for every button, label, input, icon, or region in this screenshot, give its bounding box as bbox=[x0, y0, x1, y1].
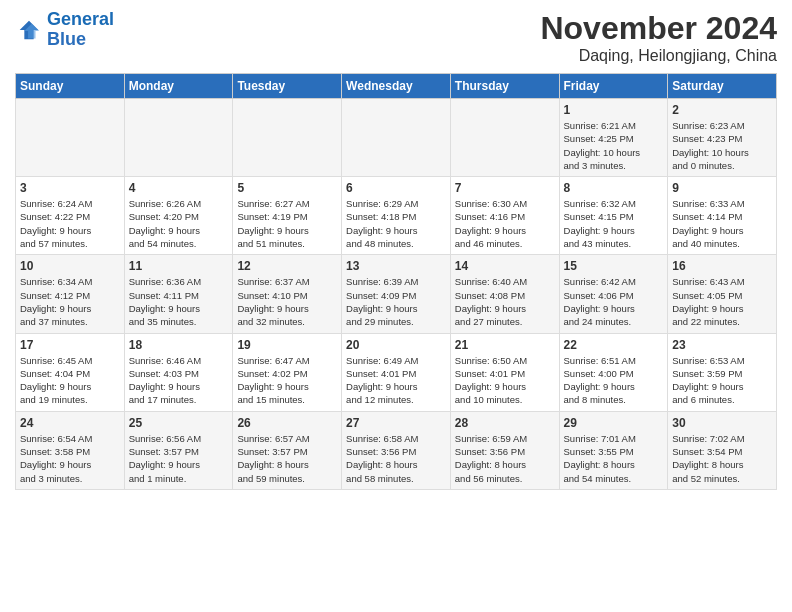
table-row: 10Sunrise: 6:34 AM Sunset: 4:12 PM Dayli… bbox=[16, 255, 125, 333]
table-row: 17Sunrise: 6:45 AM Sunset: 4:04 PM Dayli… bbox=[16, 333, 125, 411]
table-row: 16Sunrise: 6:43 AM Sunset: 4:05 PM Dayli… bbox=[668, 255, 777, 333]
day-info: Sunrise: 6:59 AM Sunset: 3:56 PM Dayligh… bbox=[455, 432, 555, 485]
day-number: 8 bbox=[564, 181, 664, 195]
day-info: Sunrise: 6:42 AM Sunset: 4:06 PM Dayligh… bbox=[564, 275, 664, 328]
calendar-week-row: 1Sunrise: 6:21 AM Sunset: 4:25 PM Daylig… bbox=[16, 99, 777, 177]
day-number: 30 bbox=[672, 416, 772, 430]
day-number: 10 bbox=[20, 259, 120, 273]
table-row: 11Sunrise: 6:36 AM Sunset: 4:11 PM Dayli… bbox=[124, 255, 233, 333]
calendar-week-row: 24Sunrise: 6:54 AM Sunset: 3:58 PM Dayli… bbox=[16, 411, 777, 489]
table-row: 24Sunrise: 6:54 AM Sunset: 3:58 PM Dayli… bbox=[16, 411, 125, 489]
day-info: Sunrise: 6:24 AM Sunset: 4:22 PM Dayligh… bbox=[20, 197, 120, 250]
day-number: 9 bbox=[672, 181, 772, 195]
day-number: 4 bbox=[129, 181, 229, 195]
day-number: 6 bbox=[346, 181, 446, 195]
day-info: Sunrise: 6:51 AM Sunset: 4:00 PM Dayligh… bbox=[564, 354, 664, 407]
table-row: 1Sunrise: 6:21 AM Sunset: 4:25 PM Daylig… bbox=[559, 99, 668, 177]
day-number: 5 bbox=[237, 181, 337, 195]
day-info: Sunrise: 6:36 AM Sunset: 4:11 PM Dayligh… bbox=[129, 275, 229, 328]
day-info: Sunrise: 6:46 AM Sunset: 4:03 PM Dayligh… bbox=[129, 354, 229, 407]
table-row: 29Sunrise: 7:01 AM Sunset: 3:55 PM Dayli… bbox=[559, 411, 668, 489]
day-number: 29 bbox=[564, 416, 664, 430]
day-number: 21 bbox=[455, 338, 555, 352]
day-number: 19 bbox=[237, 338, 337, 352]
day-info: Sunrise: 6:37 AM Sunset: 4:10 PM Dayligh… bbox=[237, 275, 337, 328]
table-row: 26Sunrise: 6:57 AM Sunset: 3:57 PM Dayli… bbox=[233, 411, 342, 489]
day-number: 23 bbox=[672, 338, 772, 352]
day-info: Sunrise: 6:26 AM Sunset: 4:20 PM Dayligh… bbox=[129, 197, 229, 250]
table-row bbox=[16, 99, 125, 177]
calendar-table: Sunday Monday Tuesday Wednesday Thursday… bbox=[15, 73, 777, 490]
day-number: 26 bbox=[237, 416, 337, 430]
day-info: Sunrise: 7:02 AM Sunset: 3:54 PM Dayligh… bbox=[672, 432, 772, 485]
day-number: 16 bbox=[672, 259, 772, 273]
day-info: Sunrise: 6:57 AM Sunset: 3:57 PM Dayligh… bbox=[237, 432, 337, 485]
table-row: 9Sunrise: 6:33 AM Sunset: 4:14 PM Daylig… bbox=[668, 177, 777, 255]
day-number: 15 bbox=[564, 259, 664, 273]
table-row bbox=[450, 99, 559, 177]
day-info: Sunrise: 6:27 AM Sunset: 4:19 PM Dayligh… bbox=[237, 197, 337, 250]
day-info: Sunrise: 6:32 AM Sunset: 4:15 PM Dayligh… bbox=[564, 197, 664, 250]
day-info: Sunrise: 6:34 AM Sunset: 4:12 PM Dayligh… bbox=[20, 275, 120, 328]
table-row: 2Sunrise: 6:23 AM Sunset: 4:23 PM Daylig… bbox=[668, 99, 777, 177]
day-info: Sunrise: 6:49 AM Sunset: 4:01 PM Dayligh… bbox=[346, 354, 446, 407]
calendar-week-row: 10Sunrise: 6:34 AM Sunset: 4:12 PM Dayli… bbox=[16, 255, 777, 333]
day-number: 27 bbox=[346, 416, 446, 430]
day-number: 22 bbox=[564, 338, 664, 352]
table-row bbox=[124, 99, 233, 177]
day-info: Sunrise: 6:39 AM Sunset: 4:09 PM Dayligh… bbox=[346, 275, 446, 328]
month-title: November 2024 bbox=[540, 10, 777, 47]
day-number: 24 bbox=[20, 416, 120, 430]
day-info: Sunrise: 6:33 AM Sunset: 4:14 PM Dayligh… bbox=[672, 197, 772, 250]
day-info: Sunrise: 6:40 AM Sunset: 4:08 PM Dayligh… bbox=[455, 275, 555, 328]
col-thursday: Thursday bbox=[450, 74, 559, 99]
table-row: 20Sunrise: 6:49 AM Sunset: 4:01 PM Dayli… bbox=[342, 333, 451, 411]
calendar-week-row: 3Sunrise: 6:24 AM Sunset: 4:22 PM Daylig… bbox=[16, 177, 777, 255]
day-number: 14 bbox=[455, 259, 555, 273]
table-row: 3Sunrise: 6:24 AM Sunset: 4:22 PM Daylig… bbox=[16, 177, 125, 255]
table-row: 4Sunrise: 6:26 AM Sunset: 4:20 PM Daylig… bbox=[124, 177, 233, 255]
day-number: 17 bbox=[20, 338, 120, 352]
table-row: 14Sunrise: 6:40 AM Sunset: 4:08 PM Dayli… bbox=[450, 255, 559, 333]
day-number: 25 bbox=[129, 416, 229, 430]
table-row: 27Sunrise: 6:58 AM Sunset: 3:56 PM Dayli… bbox=[342, 411, 451, 489]
table-row: 23Sunrise: 6:53 AM Sunset: 3:59 PM Dayli… bbox=[668, 333, 777, 411]
logo-text: General Blue bbox=[47, 10, 114, 50]
table-row: 19Sunrise: 6:47 AM Sunset: 4:02 PM Dayli… bbox=[233, 333, 342, 411]
day-info: Sunrise: 6:54 AM Sunset: 3:58 PM Dayligh… bbox=[20, 432, 120, 485]
table-row: 21Sunrise: 6:50 AM Sunset: 4:01 PM Dayli… bbox=[450, 333, 559, 411]
day-number: 28 bbox=[455, 416, 555, 430]
day-info: Sunrise: 6:29 AM Sunset: 4:18 PM Dayligh… bbox=[346, 197, 446, 250]
col-monday: Monday bbox=[124, 74, 233, 99]
day-info: Sunrise: 6:56 AM Sunset: 3:57 PM Dayligh… bbox=[129, 432, 229, 485]
title-section: November 2024 Daqing, Heilongjiang, Chin… bbox=[540, 10, 777, 65]
table-row: 5Sunrise: 6:27 AM Sunset: 4:19 PM Daylig… bbox=[233, 177, 342, 255]
col-tuesday: Tuesday bbox=[233, 74, 342, 99]
table-row: 8Sunrise: 6:32 AM Sunset: 4:15 PM Daylig… bbox=[559, 177, 668, 255]
day-number: 7 bbox=[455, 181, 555, 195]
table-row: 22Sunrise: 6:51 AM Sunset: 4:00 PM Dayli… bbox=[559, 333, 668, 411]
table-row bbox=[233, 99, 342, 177]
day-info: Sunrise: 7:01 AM Sunset: 3:55 PM Dayligh… bbox=[564, 432, 664, 485]
col-wednesday: Wednesday bbox=[342, 74, 451, 99]
table-row: 25Sunrise: 6:56 AM Sunset: 3:57 PM Dayli… bbox=[124, 411, 233, 489]
location: Daqing, Heilongjiang, China bbox=[540, 47, 777, 65]
day-info: Sunrise: 6:50 AM Sunset: 4:01 PM Dayligh… bbox=[455, 354, 555, 407]
day-info: Sunrise: 6:43 AM Sunset: 4:05 PM Dayligh… bbox=[672, 275, 772, 328]
day-info: Sunrise: 6:30 AM Sunset: 4:16 PM Dayligh… bbox=[455, 197, 555, 250]
calendar-week-row: 17Sunrise: 6:45 AM Sunset: 4:04 PM Dayli… bbox=[16, 333, 777, 411]
col-friday: Friday bbox=[559, 74, 668, 99]
table-row: 7Sunrise: 6:30 AM Sunset: 4:16 PM Daylig… bbox=[450, 177, 559, 255]
table-row: 6Sunrise: 6:29 AM Sunset: 4:18 PM Daylig… bbox=[342, 177, 451, 255]
table-row: 15Sunrise: 6:42 AM Sunset: 4:06 PM Dayli… bbox=[559, 255, 668, 333]
table-row: 30Sunrise: 7:02 AM Sunset: 3:54 PM Dayli… bbox=[668, 411, 777, 489]
calendar-body: 1Sunrise: 6:21 AM Sunset: 4:25 PM Daylig… bbox=[16, 99, 777, 490]
col-sunday: Sunday bbox=[16, 74, 125, 99]
table-row: 12Sunrise: 6:37 AM Sunset: 4:10 PM Dayli… bbox=[233, 255, 342, 333]
day-number: 13 bbox=[346, 259, 446, 273]
day-info: Sunrise: 6:58 AM Sunset: 3:56 PM Dayligh… bbox=[346, 432, 446, 485]
day-number: 18 bbox=[129, 338, 229, 352]
table-row: 28Sunrise: 6:59 AM Sunset: 3:56 PM Dayli… bbox=[450, 411, 559, 489]
day-info: Sunrise: 6:21 AM Sunset: 4:25 PM Dayligh… bbox=[564, 119, 664, 172]
col-saturday: Saturday bbox=[668, 74, 777, 99]
